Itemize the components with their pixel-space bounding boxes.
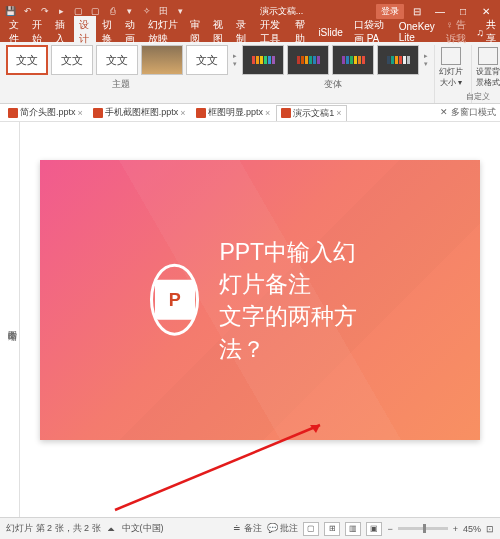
zoom-in-icon[interactable]: + xyxy=(453,524,458,534)
slide-title-text[interactable]: PPT中输入幻灯片备注 文字的两种方法？ xyxy=(219,236,370,365)
start-icon[interactable]: ▸ xyxy=(55,5,68,18)
tab-koudai[interactable]: 口袋动画 PA xyxy=(349,16,393,48)
main-editor: 缩略图 P PPT中输入幻灯片备注 文字的两种方法？ xyxy=(0,122,500,517)
tab-file[interactable]: 文件 xyxy=(4,16,26,48)
minimize-icon[interactable]: — xyxy=(430,6,450,17)
theme-thumb[interactable]: 文文 xyxy=(96,45,138,75)
tab-transitions[interactable]: 切换 xyxy=(97,16,119,48)
comments-button[interactable]: 💬 批注 xyxy=(267,522,299,535)
custom-group-label: 自定义 xyxy=(466,91,490,102)
multiwindow-toggle[interactable]: ✕ 多窗口模式 xyxy=(440,106,496,119)
powerpoint-badge-icon: P xyxy=(150,264,199,336)
open-icon[interactable]: ▢ xyxy=(89,5,102,18)
ppt-file-icon xyxy=(196,108,206,118)
more-icon[interactable]: ▾ xyxy=(123,5,136,18)
zoom-slider[interactable] xyxy=(398,527,448,530)
print-icon[interactable]: ⎙ xyxy=(106,5,119,18)
language-indicator[interactable]: 中文(中国) xyxy=(122,522,164,535)
ppt-file-icon xyxy=(93,108,103,118)
ribbon-options-icon[interactable]: ⊟ xyxy=(407,6,427,17)
close-file-icon[interactable]: × xyxy=(336,108,341,118)
open-files-bar: 简介头图.pptx ×手机截图框图.pptx ×框图明显.pptx ×演示文稿1… xyxy=(0,104,500,122)
slideshow-view-icon[interactable]: ▣ xyxy=(366,522,382,536)
quick-access-toolbar: 💾 ↶ ↷ ▸ ▢ ▢ ⎙ ▾ ✧ 田 ▾ xyxy=(4,5,187,18)
fit-window-icon[interactable]: ⊡ xyxy=(486,524,494,534)
variant-thumb[interactable] xyxy=(242,45,284,75)
ppt-file-icon xyxy=(281,108,291,118)
ribbon-design-body: 文文 文文 文文 文文 ▸▾ ▸▾ 主题变体 幻灯片 大小 ▾ 设置背 景格式 … xyxy=(0,42,500,104)
themes-more-icon[interactable]: ▸▾ xyxy=(231,52,239,68)
tab-design[interactable]: 设计 xyxy=(74,16,96,48)
tab-help[interactable]: 帮助 xyxy=(290,16,312,48)
file-tab[interactable]: 演示文稿1 × xyxy=(276,105,346,121)
close-file-icon[interactable]: × xyxy=(78,108,83,118)
notes-button[interactable]: ≐ 备注 xyxy=(233,522,262,535)
redo-icon[interactable]: ↷ xyxy=(38,5,51,18)
variants-group-label: 变体 xyxy=(236,78,430,91)
new-icon[interactable]: ▢ xyxy=(72,5,85,18)
variants-more-icon[interactable]: ▸▾ xyxy=(422,52,430,68)
spellcheck-icon[interactable]: ⏶ xyxy=(107,524,116,534)
themes-group-label: 主题 xyxy=(6,78,236,91)
format-bg-icon[interactable] xyxy=(478,47,498,65)
slide-counter[interactable]: 幻灯片 第 2 张，共 2 张 xyxy=(6,522,101,535)
slide[interactable]: P PPT中输入幻灯片备注 文字的两种方法？ xyxy=(40,160,480,440)
format-bg-label[interactable]: 设置背 景格式 xyxy=(476,66,500,88)
tab-dev[interactable]: 开发工具 xyxy=(255,16,289,48)
sorter-view-icon[interactable]: ⊞ xyxy=(324,522,340,536)
close-file-icon[interactable]: × xyxy=(180,108,185,118)
theme-thumb[interactable]: 文文 xyxy=(51,45,93,75)
tab-animations[interactable]: 动画 xyxy=(120,16,142,48)
share-button[interactable]: ♫ 共享 xyxy=(477,18,497,46)
tab-islide[interactable]: iSlide xyxy=(313,25,347,40)
tab-tellme[interactable]: ♀ 告诉我 xyxy=(441,16,476,48)
tab-home[interactable]: 开始 xyxy=(27,16,49,48)
close-icon[interactable]: ✕ xyxy=(476,6,496,17)
tool2-icon[interactable]: 田 xyxy=(157,5,170,18)
variant-thumb[interactable] xyxy=(377,45,419,75)
tab-record[interactable]: 录制 xyxy=(231,16,253,48)
ppt-file-icon xyxy=(8,108,18,118)
status-bar: 幻灯片 第 2 张，共 2 张 ⏶ 中文(中国) ≐ 备注 💬 批注 ▢ ⊞ ▥… xyxy=(0,517,500,539)
variant-thumb[interactable] xyxy=(332,45,374,75)
tab-view[interactable]: 视图 xyxy=(208,16,230,48)
close-file-icon[interactable]: × xyxy=(265,108,270,118)
theme-thumb-current[interactable]: 文文 xyxy=(6,45,48,75)
variant-thumb[interactable] xyxy=(287,45,329,75)
tab-review[interactable]: 审阅 xyxy=(185,16,207,48)
tab-onekey[interactable]: OneKey Lite xyxy=(394,19,440,45)
maximize-icon[interactable]: □ xyxy=(453,6,473,17)
save-icon[interactable]: 💾 xyxy=(4,5,17,18)
file-tab[interactable]: 框图明显.pptx × xyxy=(192,105,275,121)
undo-icon[interactable]: ↶ xyxy=(21,5,34,18)
reading-view-icon[interactable]: ▥ xyxy=(345,522,361,536)
thumbnail-pane-collapsed[interactable]: 缩略图 xyxy=(0,122,20,517)
tab-slideshow[interactable]: 幻灯片放映 xyxy=(143,16,184,48)
theme-thumb[interactable] xyxy=(141,45,183,75)
file-tab[interactable]: 手机截图框图.pptx × xyxy=(89,105,190,121)
file-tab[interactable]: 简介头图.pptx × xyxy=(4,105,87,121)
slide-canvas-area[interactable]: P PPT中输入幻灯片备注 文字的两种方法？ xyxy=(20,122,500,517)
tab-insert[interactable]: 插入 xyxy=(50,16,72,48)
tool3-icon[interactable]: ▾ xyxy=(174,5,187,18)
slide-size-icon[interactable] xyxy=(441,47,461,65)
ribbon-tabs: 文件 开始 插入 设计 切换 动画 幻灯片放映 审阅 视图 录制 开发工具 帮助… xyxy=(0,22,500,42)
tool-icon[interactable]: ✧ xyxy=(140,5,153,18)
zoom-out-icon[interactable]: − xyxy=(387,524,392,534)
theme-thumb[interactable]: 文文 xyxy=(186,45,228,75)
normal-view-icon[interactable]: ▢ xyxy=(303,522,319,536)
zoom-level[interactable]: 45% xyxy=(463,524,481,534)
slide-size-label[interactable]: 幻灯片 大小 ▾ xyxy=(439,66,463,88)
